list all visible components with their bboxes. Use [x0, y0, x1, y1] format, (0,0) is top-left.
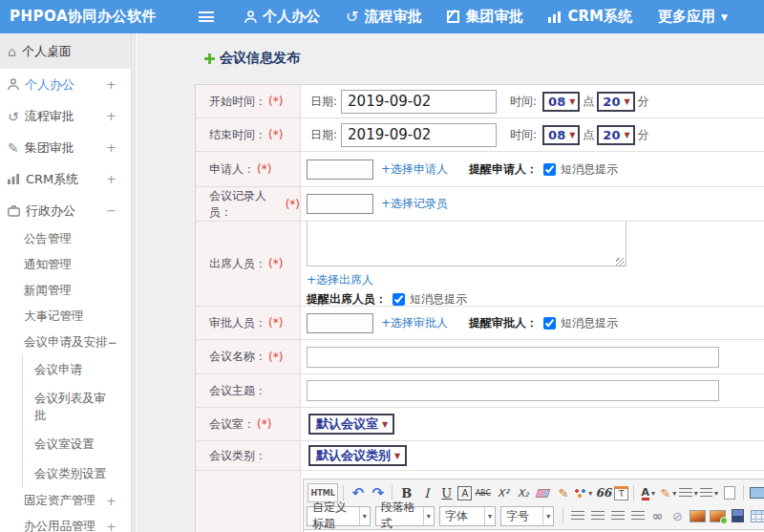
sidebar-group-label: 个人办公 — [25, 76, 74, 94]
attendees-textarea[interactable] — [307, 222, 626, 266]
paragraph-format-select[interactable]: 段落格式▾ — [375, 506, 435, 526]
expand-icon[interactable]: + — [106, 172, 117, 186]
align-center-icon[interactable] — [588, 506, 606, 525]
time-label: 时间: — [510, 127, 537, 143]
nav-workflow-approval[interactable]: ↺ 流程审批 — [346, 8, 421, 26]
sms-remind-checkbox[interactable] — [543, 163, 556, 176]
collapse-icon[interactable]: − — [106, 203, 117, 218]
expand-icon[interactable]: + — [106, 520, 117, 532]
start-hour-select[interactable]: 08 ▼ — [542, 92, 580, 112]
sidebar-item-meeting-room-settings[interactable]: 会议室设置 — [23, 430, 114, 458]
paste-as-text-icon[interactable]: T — [614, 486, 628, 500]
sidebar-group-workflow-approval[interactable]: ↺ 流程审批 + — [0, 100, 131, 132]
recorder-input[interactable] — [307, 194, 373, 214]
start-date-input[interactable] — [341, 90, 497, 114]
meeting-name-input[interactable] — [307, 347, 719, 368]
meeting-topic-input[interactable] — [307, 380, 719, 401]
align-right-icon[interactable] — [608, 506, 626, 525]
link-icon[interactable]: ∞ — [648, 506, 667, 525]
choose-recorder-link[interactable]: +选择记录员 — [381, 196, 448, 212]
sidebar-item-meeting-apply[interactable]: 会议申请 — [23, 355, 114, 384]
eraser-icon[interactable] — [534, 483, 552, 502]
sidebar-group-meeting-request[interactable]: 会议申请及安排 − — [0, 330, 131, 355]
remind-label: 提醒审批人： — [469, 315, 538, 331]
hour-unit: 点 — [583, 127, 594, 143]
unlink-icon[interactable]: ⊘ — [668, 506, 687, 525]
highlight-pen-icon[interactable]: ✎▾ — [659, 483, 677, 502]
sidebar-group-label: 会议申请及安排 — [24, 334, 108, 351]
end-date-input[interactable] — [341, 123, 497, 147]
expand-icon[interactable]: + — [106, 109, 117, 123]
superscript-icon[interactable]: X² — [494, 483, 512, 502]
choose-attendees-link[interactable]: +选择出席人 — [307, 272, 373, 288]
sidebar-item-announcement-mgmt[interactable]: 公告管理 — [0, 226, 131, 252]
applicant-input[interactable] — [307, 160, 373, 180]
format-brush-icon[interactable]: ✎ — [554, 483, 572, 502]
expand-icon[interactable]: + — [106, 77, 117, 92]
sidebar-scrollbar[interactable] — [131, 33, 136, 532]
sms-remind-checkbox[interactable] — [393, 293, 405, 306]
sidebar-group-crm[interactable]: CRM系统 + — [0, 163, 131, 195]
sidebar-item-meeting-list-approval[interactable]: 会议列表及审批 — [23, 384, 114, 430]
underline-icon[interactable]: U — [437, 483, 456, 502]
choose-applicant-link[interactable]: +选择申请人 — [381, 161, 448, 178]
doodle-icon[interactable]: ▾ — [574, 483, 592, 502]
sidebar-group-personal-office[interactable]: 个人办公 + — [0, 69, 131, 100]
sidebar-group-fixed-assets[interactable]: 固定资产管理 + — [0, 488, 131, 514]
image-icon[interactable] — [689, 506, 707, 525]
sidebar-item-meeting-category-settings[interactable]: 会议类别设置 — [23, 459, 114, 488]
unordered-list-icon[interactable]: ▾ — [700, 483, 718, 502]
font-border-icon[interactable]: A — [457, 486, 472, 500]
choose-approver-link[interactable]: +选择审批人 — [381, 315, 448, 331]
sidebar-item-desktop[interactable]: ⌂ 个人桌面 — [0, 33, 131, 69]
sidebar-item-label: 会议类别设置 — [34, 466, 106, 480]
strikethrough-icon[interactable]: ABC — [474, 483, 492, 502]
subscript-icon[interactable]: X₂ — [514, 483, 532, 502]
required-star: (*) — [268, 128, 283, 141]
expand-icon[interactable]: + — [106, 494, 117, 508]
custom-title-select[interactable]: 自定义标题▾ — [307, 506, 371, 526]
label-text: 会议名称： — [209, 349, 266, 365]
sidebar-group-admin-office[interactable]: 行政办公 − — [0, 195, 131, 226]
select-value: 08 — [548, 128, 565, 142]
label-text: 开始时间： — [209, 94, 266, 110]
approver-input[interactable] — [307, 313, 373, 333]
nav-crm-system[interactable]: CRM系统 — [548, 8, 632, 26]
sidebar-group-office-supplies[interactable]: 办公用品管理 + — [0, 514, 131, 532]
media-icon[interactable] — [729, 506, 747, 525]
sidebar-item-memorabilia-mgmt[interactable]: 大事记管理 — [0, 304, 131, 330]
sidebar-item-label: 通知管理 — [24, 257, 72, 273]
sidebar-group-group-approval[interactable]: ✎ 集团审批 + — [0, 132, 131, 163]
start-minute-select[interactable]: 20 ▼ — [597, 92, 634, 112]
nav-more-apps[interactable]: 更多应用 ▼ — [658, 8, 728, 26]
font-color-icon[interactable]: A▾ — [639, 483, 657, 502]
field-value: +选择出席人 提醒出席人员： 短消息提示 — [301, 222, 764, 306]
expand-icon[interactable]: + — [106, 140, 117, 155]
font-family-select[interactable]: 字体▾ — [439, 506, 496, 526]
page-title-text: 会议信息发布 — [220, 50, 300, 67]
italic-icon[interactable]: I — [417, 483, 435, 502]
meeting-room-select[interactable]: 默认会议室 ▼ — [308, 414, 394, 435]
menu-icon[interactable] — [199, 11, 214, 22]
sidebar-item-notice-mgmt[interactable]: 通知管理 — [0, 252, 131, 278]
ordered-list-icon[interactable]: ▾ — [679, 483, 697, 502]
end-minute-select[interactable]: 20 ▼ — [597, 125, 634, 145]
align-left-icon[interactable] — [568, 506, 586, 525]
select-value: 字号 — [506, 508, 529, 524]
blockquote-icon[interactable]: 66 — [594, 483, 612, 502]
end-hour-select[interactable]: 08 ▼ — [542, 125, 580, 145]
date-label: 日期: — [310, 94, 337, 110]
fullscreen-icon[interactable] — [749, 483, 764, 502]
justify-icon[interactable] — [628, 506, 647, 525]
resize-grip-icon[interactable] — [616, 258, 625, 266]
sidebar-item-news-mgmt[interactable]: 新闻管理 — [0, 278, 131, 304]
new-page-icon[interactable] — [720, 483, 738, 502]
table-icon[interactable] — [749, 506, 764, 525]
sms-remind-checkbox[interactable] — [543, 317, 556, 330]
nav-group-approval[interactable]: 集团审批 — [447, 8, 522, 26]
field-value: 默认会议类别 ▼ — [301, 441, 764, 470]
meeting-category-select[interactable]: 默认会议类别 ▼ — [308, 445, 407, 466]
nav-personal-office[interactable]: 个人办公 — [244, 8, 320, 26]
album-icon[interactable] — [709, 506, 727, 525]
font-size-select[interactable]: 字号▾ — [500, 506, 554, 526]
